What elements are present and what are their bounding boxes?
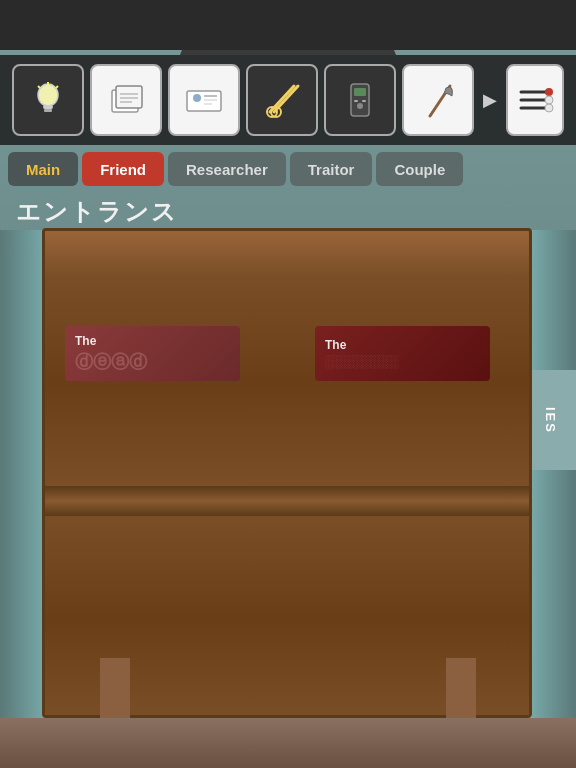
card-top-left[interactable]: The ⓓⓔⓐⓓ [65, 326, 240, 381]
tool-scissors[interactable] [246, 64, 318, 136]
svg-point-29 [545, 88, 553, 96]
tab-couple[interactable]: Couple [376, 152, 463, 186]
papers-icon [104, 78, 148, 122]
top-bar [0, 0, 576, 50]
wall-right [528, 230, 576, 720]
tab-traitor-label: Traitor [308, 161, 355, 178]
tool-bulb[interactable] [12, 64, 84, 136]
arrow-icon: ▶ [483, 89, 497, 111]
tab-couple-label: Couple [394, 161, 445, 178]
tab-bar: Main Friend Researcher Traitor Couple [0, 148, 576, 190]
axe-icon [416, 78, 460, 122]
tab-main-label: Main [26, 161, 60, 178]
tab-friend[interactable]: Friend [82, 152, 164, 186]
svg-rect-11 [187, 91, 221, 111]
shelf-row-1: The ⓓⓔⓐⓓ The ░░░░░░░░ [45, 276, 529, 486]
tool-business-card[interactable] [168, 64, 240, 136]
tab-researcher-label: Researcher [186, 161, 268, 178]
card-top-right[interactable]: The ░░░░░░░░ [315, 326, 490, 381]
svg-rect-7 [116, 86, 142, 108]
svg-point-30 [545, 96, 553, 104]
business-card-icon [182, 78, 226, 122]
svg-rect-24 [362, 100, 366, 102]
right-panel-label: IES [543, 407, 558, 434]
bulb-icon [26, 78, 70, 122]
tab-friend-label: Friend [100, 161, 146, 178]
tool-menu[interactable] [506, 64, 564, 136]
svg-rect-23 [354, 100, 358, 102]
svg-rect-2 [44, 109, 52, 112]
tab-main[interactable]: Main [8, 152, 78, 186]
svg-point-31 [545, 104, 553, 112]
card-top-right-prefix: The [325, 338, 480, 352]
toolbar-arrow[interactable]: ▶ [480, 64, 500, 136]
table-leg-left [100, 658, 130, 718]
floor [0, 718, 576, 768]
svg-point-0 [38, 84, 58, 106]
svg-rect-21 [354, 88, 366, 96]
card-top-left-name: ⓓⓔⓐⓓ [75, 350, 230, 374]
menu-icon [513, 78, 557, 122]
shelf-divider [45, 486, 529, 516]
wall-left [0, 230, 48, 720]
tab-traitor[interactable]: Traitor [290, 152, 373, 186]
scissors-icon [260, 78, 304, 122]
table-leg-right [446, 658, 476, 718]
svg-line-4 [56, 86, 58, 88]
tool-papers[interactable] [90, 64, 162, 136]
shelf-top [45, 231, 529, 276]
tool-device[interactable] [324, 64, 396, 136]
device-icon [338, 78, 382, 122]
tool-axe[interactable] [402, 64, 474, 136]
svg-rect-1 [43, 105, 53, 109]
bookshelf: The ⓓⓔⓐⓓ The ░░░░░░░░ The FINALISTS The … [42, 228, 532, 718]
svg-line-5 [38, 86, 40, 88]
card-top-left-prefix: The [75, 334, 230, 348]
card-top-right-name: ░░░░░░░░ [325, 354, 480, 369]
svg-point-12 [193, 94, 201, 102]
svg-point-22 [357, 103, 363, 109]
tab-researcher[interactable]: Researcher [168, 152, 286, 186]
section-title: エントランス [16, 196, 178, 228]
toolbar: ▶ [0, 55, 576, 145]
